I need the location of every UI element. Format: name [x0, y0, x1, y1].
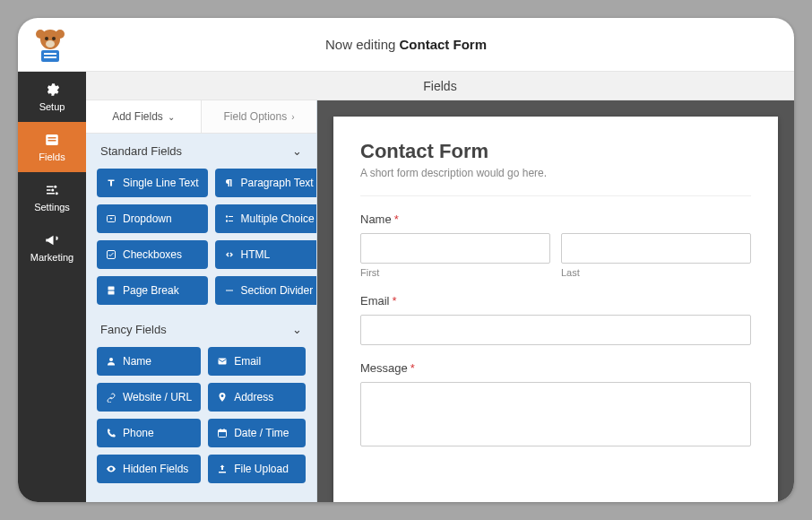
nav-label: Settings — [34, 202, 70, 212]
field-button-label: Phone — [123, 427, 154, 439]
tab-add-fields[interactable]: Add Fields⌄ — [86, 100, 202, 133]
field-dropdown[interactable]: Dropdown — [97, 204, 208, 233]
nav-fields[interactable]: Fields — [18, 122, 86, 172]
tab-field-options[interactable]: Field Options› — [202, 100, 316, 133]
label-email: Email* — [360, 294, 751, 308]
group-header[interactable]: Fancy Fields⌄ — [86, 312, 316, 347]
input-last-name[interactable] — [561, 233, 751, 264]
label-message: Message* — [360, 361, 751, 375]
svg-point-25 — [52, 37, 56, 40]
group-title: Standard Fields — [100, 144, 182, 158]
field-page-break[interactable]: Page Break — [97, 276, 208, 305]
svg-point-24 — [45, 37, 48, 40]
nav-setup[interactable]: Setup — [18, 72, 86, 122]
link-icon — [106, 392, 117, 403]
text-icon — [106, 178, 117, 188]
field-paragraph-text[interactable]: Paragraph Text — [215, 169, 317, 197]
chevron-down-icon: ⌄ — [292, 144, 302, 158]
field-button-label: Name — [123, 355, 151, 368]
check-icon — [106, 249, 117, 260]
field-button-label: HTML — [241, 248, 271, 261]
chevron-down-icon: ⌄ — [168, 112, 175, 122]
code-icon — [224, 249, 235, 260]
pin-icon — [217, 392, 228, 403]
field-button-label: Date / Time — [234, 427, 289, 439]
upload-icon — [217, 464, 228, 474]
svg-point-23 — [56, 30, 65, 39]
paragraph-icon — [224, 178, 235, 188]
sublabel-last: Last — [561, 267, 751, 278]
field-html[interactable]: HTML — [215, 240, 317, 269]
sublabel-first: First — [360, 267, 550, 278]
left-nav: SetupFieldsSettingsMarketing — [18, 72, 86, 502]
field-button-label: Dropdown — [123, 212, 172, 225]
label-name: Name* — [360, 212, 751, 226]
chevron-right-icon: › — [291, 112, 294, 122]
svg-point-26 — [46, 40, 55, 48]
field-email[interactable]: Email — [208, 347, 306, 376]
input-message[interactable] — [360, 382, 751, 446]
sliders-icon — [44, 182, 60, 198]
chevron-down-icon: ⌄ — [292, 323, 302, 336]
mail-icon — [217, 356, 228, 367]
input-first-name[interactable] — [360, 233, 550, 264]
field-button-label: Paragraph Text — [241, 177, 314, 189]
field-single-line-text[interactable]: Single Line Text — [97, 169, 208, 197]
svg-rect-27 — [41, 50, 59, 62]
field-file-upload[interactable]: File Upload — [208, 455, 306, 483]
form-icon — [44, 132, 60, 148]
field-button-label: Page Break — [123, 284, 179, 297]
page-title: Now editing Contact Form — [325, 37, 487, 52]
phone-icon — [106, 428, 117, 438]
field-button-label: Hidden Fields — [123, 463, 188, 475]
calendar-icon — [217, 428, 228, 438]
page-icon — [106, 285, 117, 296]
field-date-time[interactable]: Date / Time — [208, 419, 306, 447]
field-button-label: Checkboxes — [123, 248, 182, 261]
caret-icon — [106, 213, 117, 224]
input-email[interactable] — [360, 315, 751, 345]
field-button-label: Address — [234, 391, 273, 403]
field-website-url[interactable]: Website / URL — [97, 383, 201, 412]
field-button-label: Multiple Choice — [241, 212, 315, 225]
field-hidden-fields[interactable]: Hidden Fields — [97, 455, 201, 483]
top-bar: Now editing Contact Form — [18, 18, 794, 72]
field-button-label: Section Divider — [241, 284, 314, 297]
field-section-divider[interactable]: Section Divider — [215, 276, 317, 305]
field-email[interactable] — [360, 315, 751, 345]
form-preview-canvas: Contact Form A short form description wo… — [317, 100, 794, 502]
field-button-label: Single Line Text — [123, 177, 199, 189]
section-header: Fields — [86, 72, 794, 100]
nav-label: Setup — [39, 101, 65, 112]
bullhorn-icon — [44, 232, 60, 248]
field-phone[interactable]: Phone — [97, 419, 201, 447]
svg-rect-29 — [44, 56, 56, 58]
form-card[interactable]: Contact Form A short form description wo… — [333, 117, 778, 502]
field-button-label: File Upload — [234, 463, 289, 475]
panel-tabs: Add Fields⌄ Field Options› — [86, 100, 316, 134]
field-button-label: Website / URL — [123, 391, 192, 403]
field-button-label: Email — [234, 355, 261, 368]
group-header[interactable]: Standard Fields⌄ — [86, 134, 316, 169]
minus-icon — [224, 285, 235, 296]
nav-label: Fields — [39, 152, 65, 162]
field-checkboxes[interactable]: Checkboxes — [97, 240, 208, 269]
fields-panel: Add Fields⌄ Field Options› Standard Fiel… — [86, 100, 317, 502]
svg-point-22 — [36, 30, 45, 39]
field-name[interactable]: First Last — [360, 233, 751, 278]
gear-icon — [44, 82, 60, 98]
app-frame: Now editing Contact Form SetupFieldsSett… — [18, 18, 794, 502]
svg-rect-28 — [44, 53, 56, 55]
field-message[interactable] — [360, 382, 751, 446]
field-address[interactable]: Address — [208, 383, 306, 412]
nav-label: Marketing — [30, 252, 73, 263]
nav-settings[interactable]: Settings — [18, 172, 86, 222]
eye-icon — [106, 464, 117, 474]
field-multiple-choice[interactable]: Multiple Choice — [215, 204, 317, 233]
nav-marketing[interactable]: Marketing — [18, 222, 86, 273]
form-description[interactable]: A short form description would go here. — [360, 167, 751, 196]
app-logo-icon — [30, 25, 70, 65]
field-name[interactable]: Name — [97, 347, 201, 376]
list-icon — [224, 213, 235, 224]
form-title[interactable]: Contact Form — [360, 140, 751, 163]
